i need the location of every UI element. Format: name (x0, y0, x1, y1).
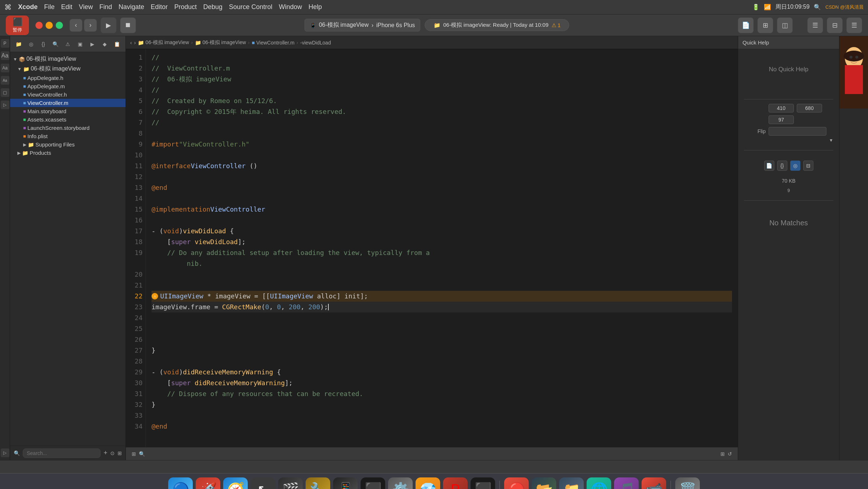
tree-infoplist[interactable]: ■ Info.plist (10, 132, 125, 140)
run-button[interactable]: ▶ (101, 17, 116, 33)
nav-symbol-icon[interactable]: {} (38, 39, 48, 49)
square-inspector-icon[interactable]: ⊟ (803, 161, 813, 171)
menu-editor[interactable]: Editor (151, 3, 168, 11)
dock-trash[interactable]: 🗑️ (675, 477, 700, 489)
height-input[interactable] (797, 104, 822, 112)
menu-help[interactable]: Help (309, 3, 322, 11)
tree-appdelegate-h[interactable]: ■ AppDelegate.h (10, 74, 125, 82)
scheme-selector[interactable]: 📱 06-模拟 imageView › iPhone 6s Plus (305, 19, 421, 31)
breadcrumb-group[interactable]: 📁 06-模拟 imageView (195, 39, 246, 46)
nav-file-icon[interactable]: 📁 (14, 39, 24, 49)
menu-xcode[interactable]: Xcode (18, 3, 38, 11)
menu-source-control[interactable]: Source Control (229, 3, 272, 11)
menu-file[interactable]: File (44, 3, 55, 11)
tree-supporting[interactable]: ▶ 📁 Supporting Files (10, 140, 125, 149)
inspector-toggle[interactable]: ☰ (846, 17, 862, 33)
menu-edit[interactable]: Edit (61, 3, 72, 11)
code-editor[interactable]: 1 2 3 4 5 6 7 8 9 10 11 12 13 14 15 16 1… (126, 49, 738, 447)
nav-git-icon[interactable]: ◎ (26, 39, 36, 49)
nav-report-icon[interactable]: 📋 (112, 39, 122, 49)
dock-more-1[interactable]: 🌐 (587, 477, 611, 489)
dock-video[interactable]: 🎬 (278, 477, 303, 489)
editor-standard[interactable]: 📄 (738, 17, 754, 33)
debug-toggle[interactable]: ⊟ (827, 17, 843, 33)
menu-product[interactable]: Product (174, 3, 197, 11)
menu-window[interactable]: Window (279, 3, 302, 11)
dock-sketch[interactable]: 💎 (416, 477, 440, 489)
font-icon-2[interactable]: Aa (1, 64, 9, 72)
dock-tools[interactable]: 🔧 (306, 477, 330, 489)
dock-other-1[interactable]: 🔴 (504, 477, 529, 489)
dock-other-3[interactable]: 📁 (559, 477, 584, 489)
circle-inspector-icon[interactable]: ◎ (790, 161, 800, 171)
menu-search-icon[interactable]: 🔍 (814, 4, 821, 10)
nav-breakpoint-icon[interactable]: ◆ (99, 39, 110, 49)
tree-group-main[interactable]: ▼ 📁 06-模拟 imageView (10, 64, 125, 74)
menu-view[interactable]: View (79, 3, 93, 11)
breadcrumb-method[interactable]: -viewDidLoad (300, 40, 331, 46)
editor-version[interactable]: ◫ (777, 17, 793, 33)
dock-device-app[interactable]: 📱 (333, 477, 358, 489)
back-button[interactable]: ‹ (69, 19, 82, 32)
grid-view-icon[interactable]: ⊞ (132, 451, 136, 457)
bottom-refresh-icon[interactable]: ↺ (728, 451, 732, 457)
dock-more-2[interactable]: 🎵 (614, 477, 639, 489)
options-button[interactable]: ⊞ (118, 450, 122, 456)
tree-main-storyboard[interactable]: ■ Main.storyboard (10, 107, 125, 115)
page-icon[interactable]: P (1, 39, 9, 48)
dock-other-2[interactable]: 📂 (532, 477, 556, 489)
dock-launchpad[interactable]: 🚀 (196, 477, 220, 489)
font-icon-1[interactable]: Aa (1, 51, 9, 60)
number-input[interactable] (769, 115, 794, 124)
nav-test-icon[interactable]: ▣ (75, 39, 85, 49)
expand-icon[interactable]: ▷ (1, 101, 9, 109)
dock-more-3[interactable]: 📹 (642, 477, 666, 489)
nav-warning-icon[interactable]: ⚠ (63, 39, 73, 49)
apple-menu[interactable]: ⌘ (4, 3, 12, 12)
font-icon-3[interactable]: Aa (1, 76, 9, 85)
code-text[interactable]: // // ViewController.m // 06-模拟 imageVie… (146, 49, 738, 447)
dock-cursor-app[interactable]: ↖ (251, 477, 275, 489)
tree-viewcontroller-h[interactable]: ■ ViewController.h (10, 90, 125, 99)
tree-root[interactable]: ▼ 📦 06-模拟 imageView (10, 54, 125, 64)
add-button[interactable]: + (103, 449, 107, 457)
menu-navigate[interactable]: Navigate (119, 3, 144, 11)
bottom-left-icon[interactable]: ▷ (1, 448, 9, 457)
dock-finder[interactable]: 🔵 (168, 477, 193, 489)
maximize-button[interactable] (56, 22, 63, 29)
zoom-icon[interactable]: 🔍 (139, 451, 145, 457)
file-inspector-icon[interactable]: 📄 (764, 161, 774, 171)
tree-appdelegate-m[interactable]: ■ AppDelegate.m (10, 82, 125, 90)
braces-inspector-icon[interactable]: {} (777, 161, 787, 171)
tree-products[interactable]: ▶ 📁 Products (10, 149, 125, 157)
menu-debug[interactable]: Debug (203, 3, 222, 11)
stop-btn-small[interactable]: ⏹ (120, 17, 136, 33)
dock-iterm[interactable]: ⬛ (471, 477, 495, 489)
breadcrumb-project[interactable]: 📁 06-模拟 imageView (138, 39, 189, 46)
dock-safari[interactable]: 🧭 (223, 477, 248, 489)
dock-sysprefs[interactable]: ⚙️ (388, 477, 413, 489)
breadcrumb-nav-forward[interactable]: › (134, 40, 136, 46)
tree-launchscreen[interactable]: ■ LaunchScreen.storyboard (10, 124, 125, 132)
navigator-toggle[interactable]: ☰ (807, 17, 823, 33)
square-icon[interactable]: ▢ (1, 88, 9, 97)
breadcrumb-nav-back[interactable]: ‹ (130, 40, 132, 46)
close-button[interactable] (35, 22, 43, 29)
bottom-grid-icon[interactable]: ⊞ (720, 451, 725, 457)
nav-debug-icon[interactable]: ▶ (87, 39, 97, 49)
breadcrumb-file[interactable]: ■ ViewController.m (252, 40, 294, 46)
stop-button[interactable]: ⬛ 暂停 (6, 16, 29, 35)
dock-terminal[interactable]: ⬛ (361, 477, 385, 489)
filter-button[interactable]: ⊙ (110, 450, 115, 456)
dock-proxy-app[interactable]: P (443, 477, 468, 489)
editor-assistant[interactable]: ⊞ (757, 17, 773, 33)
menu-find[interactable]: Find (99, 3, 112, 11)
tree-assets[interactable]: ■ Assets.xcassets (10, 115, 125, 124)
forward-button[interactable]: › (84, 19, 97, 32)
flip-input[interactable] (769, 127, 826, 136)
minimize-button[interactable] (46, 22, 53, 29)
tree-viewcontroller-m[interactable]: ■ ViewController.m (10, 99, 125, 107)
search-input[interactable] (23, 448, 101, 458)
nav-search-icon[interactable]: 🔍 (51, 39, 61, 49)
width-input[interactable] (769, 104, 794, 112)
